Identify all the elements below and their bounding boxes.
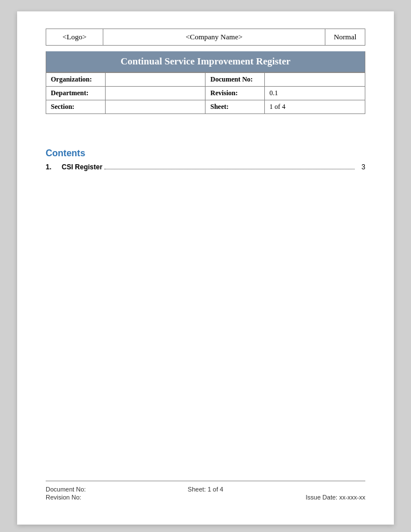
toc-dots (104, 169, 354, 169)
footer-center-spacer (152, 494, 259, 501)
organization-label: Organization: (46, 73, 106, 87)
footer-issue-date-spacer (259, 486, 365, 493)
document-page: <Logo> <Company Name> Normal Continual S… (17, 11, 394, 525)
sheet-label: Sheet: (206, 100, 265, 114)
organization-value (105, 73, 206, 87)
status-cell: Normal (325, 29, 365, 46)
contents-section: Contents 1. CSI Register 3 (46, 148, 365, 481)
footer-row-1: Document No: Sheet: 1 of 4 (46, 486, 365, 493)
section-value (105, 100, 206, 114)
footer-issue-date: Issue Date: xx-xxx-xx (259, 494, 365, 501)
header-table: <Logo> <Company Name> Normal (46, 29, 365, 46)
contents-heading: Contents (46, 148, 365, 159)
department-value (105, 87, 206, 100)
revision-value: 0.1 (265, 87, 365, 100)
section-label: Section: (46, 100, 106, 114)
document-no-label: Document No: (206, 73, 265, 87)
toc-item-page: 3 (357, 163, 365, 171)
page-footer: Document No: Sheet: 1 of 4 Revision No: … (46, 481, 365, 502)
info-table: Organization: Document No: Department: R… (46, 72, 365, 114)
title-banner: Continual Service Improvement Register (46, 51, 365, 72)
toc-item-number: 1. (46, 163, 57, 171)
footer-row-2: Revision No: Issue Date: xx-xxx-xx (46, 494, 365, 501)
document-title: Continual Service Improvement Register (120, 56, 291, 67)
company-name-cell: <Company Name> (103, 29, 325, 46)
department-label: Department: (46, 87, 106, 100)
toc-item: 1. CSI Register 3 (46, 163, 365, 171)
footer-sheet: Sheet: 1 of 4 (152, 486, 259, 493)
logo-cell: <Logo> (46, 29, 103, 46)
footer-document-no: Document No: (46, 486, 152, 493)
footer-revision-no: Revision No: (46, 494, 152, 501)
toc-item-label: CSI Register (62, 163, 102, 171)
document-no-value (265, 73, 365, 87)
logo-text: <Logo> (62, 33, 86, 41)
status-text: Normal (334, 33, 357, 41)
company-name-text: <Company Name> (186, 33, 243, 41)
revision-label: Revision: (206, 87, 265, 100)
sheet-value: 1 of 4 (265, 100, 365, 114)
